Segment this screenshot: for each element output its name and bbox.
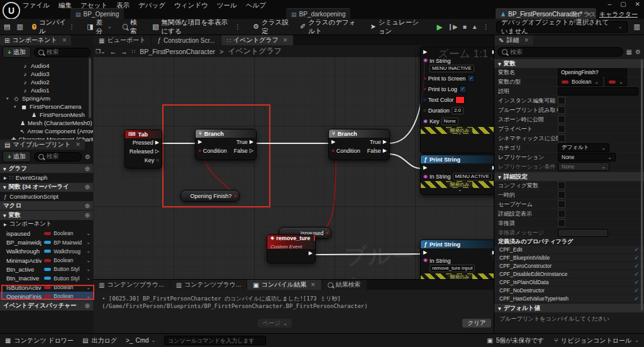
- browse-debug-object-icon[interactable]: ▥: [634, 23, 640, 31]
- class-defaults-button[interactable]: ✐ クラスのデフォルト: [297, 17, 361, 37]
- exec-pin[interactable]: ▶: [383, 140, 387, 145]
- exec-pin[interactable]: ▶: [492, 165, 494, 170]
- hide-unrelated-button[interactable]: ▧ 無関係な項目を非表示にする ⋮: [150, 17, 244, 37]
- node-header[interactable]: ⌨ Tab: [125, 130, 162, 138]
- variable-name-input[interactable]: OpeningFinish?: [558, 69, 627, 77]
- string-pin[interactable]: ◉: [423, 58, 428, 63]
- close-icon[interactable]: ✕: [524, 37, 529, 43]
- node-header[interactable]: ⑂ Branch: [196, 129, 256, 138]
- item-constructionscript[interactable]: ƒ ConstructionScript: [0, 192, 93, 201]
- component-tree-row[interactable]: ♪ Audio2: [0, 78, 93, 86]
- component-tree-row[interactable]: ♪ Audio1: [0, 86, 93, 94]
- exec-pin[interactable]: ▶: [423, 165, 427, 170]
- section-default-value[interactable]: ▾ デフォルト値: [494, 304, 644, 312]
- print-to-log-checkbox[interactable]: ✓: [459, 85, 467, 93]
- revision-control-button[interactable]: ⑂ リビジョンコントロール ⌄: [554, 336, 639, 345]
- frame-skip-icon[interactable]: ❙▶: [448, 23, 458, 30]
- output-log-button[interactable]: ▤ 出力ログ: [82, 336, 117, 345]
- clear-button[interactable]: クリア: [462, 319, 491, 328]
- forward-icon[interactable]: →: [121, 48, 128, 55]
- menu-item[interactable]: ファイル: [23, 1, 50, 10]
- exec-pin[interactable]: ▶: [198, 140, 202, 145]
- tab-components[interactable]: ⊞ コンポーネント ✕: [0, 35, 71, 45]
- node-print-string-3[interactable]: ƒ Print String ▶ ▶ ◉ In String remove_tu…: [420, 240, 494, 279]
- save-icon[interactable]: ▤: [4, 23, 10, 31]
- container-type-dropdown[interactable]: ⌄: [605, 77, 627, 86]
- exec-pin[interactable]: ▶: [331, 140, 335, 145]
- component-tree-row[interactable]: ▾ ◇ SpringArm: [0, 94, 93, 102]
- exec-pin[interactable]: ▶: [492, 250, 494, 255]
- event-graph-canvas[interactable]: ブループリント ❐⌄ ← → ∷ BP_FirstPersonCharacter…: [93, 45, 494, 279]
- add-function-icon[interactable]: ⊕: [85, 184, 90, 190]
- expander-icon[interactable]: ▾: [14, 104, 18, 109]
- tab-content-browser-1[interactable]: ▥ コンテンツブラウ...: [93, 280, 170, 290]
- section-variables[interactable]: ▾ 変数 ⊕: [0, 211, 93, 219]
- variable-type-dropdown[interactable]: Boolean ⌄: [558, 77, 602, 86]
- chevron-down-icon[interactable]: ⌄: [86, 240, 91, 245]
- section-macro[interactable]: マクロ ⊕: [0, 201, 93, 210]
- stop-icon[interactable]: ■: [463, 23, 467, 30]
- add-new-button[interactable]: + 追加: [3, 151, 31, 162]
- section-event-dispatchers[interactable]: イベントディスパッチャー ⊕: [0, 301, 93, 310]
- tab-content-browser-2[interactable]: ▥ コンテンツブラウ...: [170, 280, 247, 290]
- collapse-advanced-icon[interactable]: ⌃: [421, 134, 494, 139]
- chevron-down-icon[interactable]: ⌄: [86, 258, 91, 263]
- menu-item[interactable]: ウィンドウ: [174, 1, 208, 10]
- close-tab-icon[interactable]: ✕: [311, 282, 316, 288]
- node-get-opening-finish[interactable]: Opening Finish? ●: [180, 190, 240, 202]
- node-print-string-1[interactable]: ▶ ▶ ◉ In String MENU INACTIVE ● Print to…: [420, 47, 494, 153]
- variable-row[interactable]: Walkthrough Walkthroug ⌄: [0, 247, 93, 256]
- close-tab-icon[interactable]: ✕: [283, 37, 288, 43]
- myblueprint-search-input[interactable]: 検索: [34, 152, 82, 162]
- minimize-icon[interactable]: –: [608, 1, 612, 8]
- category-dropdown[interactable]: デフォルト ⌄: [558, 143, 609, 152]
- item-eventgraph[interactable]: ▸ ∷ EventGraph: [0, 173, 93, 182]
- eject-icon[interactable]: ▲: [472, 23, 478, 30]
- expand-advanced-icon[interactable]: ⌄: [421, 188, 494, 193]
- tab-myblueprint[interactable]: ▤ マイブループリント ✕: [0, 140, 85, 150]
- exec-pin[interactable]: ▷: [250, 148, 253, 153]
- checkbox[interactable]: [558, 97, 565, 104]
- menu-item[interactable]: デバッグ: [138, 1, 165, 10]
- exec-pin[interactable]: ▶: [423, 50, 427, 55]
- tab-eventgraph[interactable]: ∷ イベントグラフ ✕: [221, 35, 294, 45]
- node-tab-input-event[interactable]: ⌨ Tab Pressed ▶ Released ▷ Key ○: [125, 129, 162, 168]
- exec-pin[interactable]: ▶: [250, 140, 253, 145]
- in-string-field[interactable]: MENU INACTIVE: [430, 65, 474, 72]
- expander-icon[interactable]: ▸: [4, 174, 7, 181]
- play-options-icon[interactable]: ⋮: [483, 23, 490, 30]
- compile-options-icon[interactable]: ⋮: [69, 23, 75, 30]
- variable-row[interactable]: Btn_Inactive Button Styl ⌄: [0, 274, 93, 283]
- component-tree-row[interactable]: ♟ FirstPersonMesh: [0, 111, 93, 119]
- details-scrollbar[interactable]: [641, 59, 643, 311]
- exec-pin[interactable]: ▶: [423, 250, 427, 255]
- text-color-swatch[interactable]: [455, 96, 465, 104]
- string-pin[interactable]: ◉: [423, 174, 428, 179]
- tab-viewport[interactable]: ▦ ビューポート: [93, 35, 151, 45]
- add-component-button[interactable]: + 追加: [3, 47, 31, 58]
- string-pin[interactable]: ◉: [423, 258, 428, 263]
- exec-pin[interactable]: ▶: [492, 50, 494, 55]
- display-options-icon[interactable]: ▦: [626, 48, 632, 55]
- variable-row[interactable]: ispaused Boolean ⌄: [0, 229, 93, 238]
- node-header[interactable]: ◈ remove_ture Custom Event: [267, 235, 315, 249]
- name-pin[interactable]: ◉: [423, 119, 428, 124]
- node-branch-1[interactable]: ⑂ Branch ▶ True ▶ ● Condition False ▷: [195, 129, 257, 160]
- details-search-input[interactable]: 検索: [497, 47, 623, 57]
- tab-compile-results[interactable]: ▣ コンパイル結果 ✕: [247, 280, 321, 290]
- print-to-screen-checkbox[interactable]: ✓: [467, 75, 475, 82]
- bool-output-pin[interactable]: ●: [233, 194, 236, 199]
- close-icon[interactable]: ✕: [62, 37, 67, 43]
- debug-object-dropdown[interactable]: デバッグオブジェクトが選択されていません ⌄: [496, 21, 628, 33]
- section-advanced[interactable]: ▾ 詳細設定: [494, 172, 644, 181]
- page-button[interactable]: ページ ⌄: [258, 319, 292, 328]
- section-graphs[interactable]: ▾ グラフ ⊕: [0, 164, 93, 173]
- component-tree-row[interactable]: ▾ ◼ FirstPersonCamera: [0, 102, 93, 111]
- add-dispatcher-icon[interactable]: ⊕: [85, 302, 90, 309]
- checkbox[interactable]: [558, 135, 565, 142]
- add-macro-icon[interactable]: ⊕: [85, 202, 90, 209]
- cmd-dropdown[interactable]: >_ Cmd ⌄: [126, 337, 155, 344]
- section-variable[interactable]: ▾ 変数: [494, 59, 644, 68]
- play-icon[interactable]: ▶: [436, 23, 442, 31]
- expander-icon[interactable]: ▾: [6, 96, 11, 101]
